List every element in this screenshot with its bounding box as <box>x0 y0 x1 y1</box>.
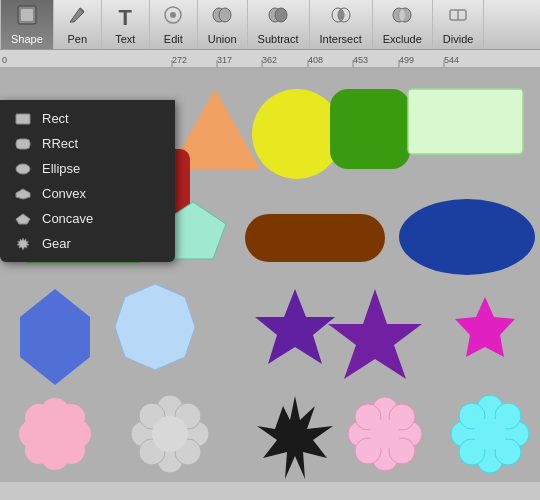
svg-point-50 <box>370 419 400 449</box>
shape-hexagon[interactable] <box>20 289 90 385</box>
tool-pen-label: Pen <box>68 33 88 45</box>
svg-point-8 <box>275 8 287 22</box>
concave-icon <box>14 212 32 226</box>
shape-circle[interactable] <box>252 89 342 179</box>
tool-edit-label: Edit <box>164 33 183 45</box>
dropdown-item-concave-label: Concave <box>42 211 93 226</box>
gear-icon <box>14 237 32 251</box>
dropdown-item-rrect-label: RRect <box>42 136 78 151</box>
dropdown-item-convex[interactable]: Convex <box>0 181 175 206</box>
dropdown-item-convex-label: Convex <box>42 186 86 201</box>
tool-pen[interactable]: Pen <box>54 0 102 49</box>
svg-point-40 <box>152 416 188 452</box>
dropdown-item-gear[interactable]: Gear <box>0 231 175 256</box>
shape-green-rounded-rect[interactable] <box>330 89 410 169</box>
shape-silver-gear[interactable] <box>131 395 209 473</box>
tool-exclude-label: Exclude <box>383 33 422 45</box>
svg-marker-64 <box>16 214 30 224</box>
text-icon: T <box>119 5 132 31</box>
svg-rect-1 <box>21 9 33 21</box>
shape-brown-pill[interactable] <box>245 214 385 262</box>
dropdown-item-rrect[interactable]: RRect <box>0 131 175 156</box>
dropdown-item-concave[interactable]: Concave <box>0 206 175 231</box>
dropdown-item-ellipse-label: Ellipse <box>42 161 80 176</box>
divide-icon <box>447 4 469 31</box>
tool-divide-label: Divide <box>443 33 474 45</box>
toolbar: Shape Pen T Text Edit Union <box>0 0 540 50</box>
dropdown-item-gear-label: Gear <box>42 236 71 251</box>
rrect-icon <box>14 137 32 151</box>
canvas-area: 0 272 317 362 408 453 499 544 <box>0 50 540 482</box>
convex-icon <box>14 187 32 201</box>
svg-point-31 <box>39 418 71 450</box>
intersect-icon <box>330 4 352 31</box>
tool-union[interactable]: Union <box>198 0 248 49</box>
svg-point-59 <box>474 418 506 450</box>
edit-icon <box>162 4 184 31</box>
svg-marker-63 <box>16 189 30 199</box>
tool-text-label: Text <box>115 33 135 45</box>
tool-shape[interactable]: Shape <box>0 0 54 49</box>
dropdown-item-ellipse[interactable]: Ellipse <box>0 156 175 181</box>
ellipse-icon <box>14 162 32 176</box>
dropdown-item-rect[interactable]: Rect <box>0 106 175 131</box>
svg-point-6 <box>219 8 231 22</box>
svg-point-62 <box>16 164 30 174</box>
shape-pink-flower[interactable] <box>19 398 91 470</box>
tool-text[interactable]: T Text <box>102 0 150 49</box>
shape-black-spiky[interactable] <box>257 396 333 479</box>
svg-rect-61 <box>16 139 30 149</box>
svg-rect-60 <box>16 114 30 124</box>
tool-shape-label: Shape <box>11 33 43 45</box>
shape-cyan-flower[interactable] <box>451 395 529 473</box>
shape-star-magenta[interactable] <box>455 297 515 357</box>
tool-subtract-label: Subtract <box>258 33 299 45</box>
tool-union-label: Union <box>208 33 237 45</box>
shape-star-5pt[interactable] <box>328 289 422 379</box>
svg-point-4 <box>170 12 176 18</box>
tool-exclude[interactable]: Exclude <box>373 0 433 49</box>
pen-icon <box>66 4 88 31</box>
union-icon <box>211 4 233 31</box>
shape-dropdown: Rect RRect Ellipse Conv <box>0 100 175 262</box>
tool-intersect[interactable]: Intersect <box>310 0 373 49</box>
dropdown-item-rect-label: Rect <box>42 111 69 126</box>
tool-edit[interactable]: Edit <box>150 0 198 49</box>
tool-subtract[interactable]: Subtract <box>248 0 310 49</box>
tool-intersect-label: Intersect <box>320 33 362 45</box>
shape-octagon[interactable] <box>115 284 195 370</box>
shape-light-green-rect[interactable] <box>408 89 523 154</box>
subtract-icon <box>267 4 289 31</box>
svg-marker-41 <box>257 396 333 479</box>
tool-divide[interactable]: Divide <box>433 0 485 49</box>
rect-icon <box>14 112 32 126</box>
shape-blue-ellipse[interactable] <box>399 199 535 275</box>
shape-pink-flower2[interactable] <box>348 397 422 471</box>
shape-star-purple-6[interactable] <box>255 289 335 364</box>
shape-icon <box>16 4 38 31</box>
exclude-icon <box>391 4 413 31</box>
